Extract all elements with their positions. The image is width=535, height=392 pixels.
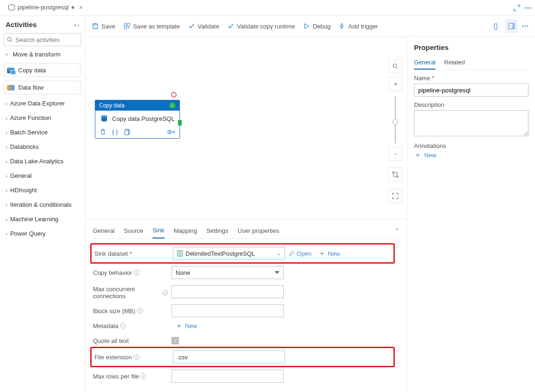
- highlight-sink-dataset: Sink dataset * DelimitedTextPostgreSQL ⌄: [90, 243, 395, 264]
- tab-general[interactable]: General: [93, 224, 114, 238]
- collapse-sidebar-icon[interactable]: «‹: [74, 22, 79, 28]
- zoom-out-button[interactable]: －: [388, 147, 402, 161]
- info-icon[interactable]: i: [120, 323, 126, 329]
- tab-user-properties[interactable]: User properties: [238, 224, 279, 238]
- code-view-button[interactable]: {}: [490, 20, 501, 33]
- info-icon[interactable]: i: [137, 308, 143, 314]
- svg-point-1: [528, 7, 529, 8]
- max-rows-input[interactable]: [171, 370, 284, 383]
- copy-data-node[interactable]: Copy data ✓ Copy data PostgreSQL: [95, 100, 180, 139]
- info-icon[interactable]: i: [134, 354, 139, 360]
- max-connections-input[interactable]: [171, 285, 284, 298]
- breakpoint-icon[interactable]: [171, 92, 177, 98]
- activities-search-input[interactable]: [15, 36, 78, 43]
- copy-behavior-select[interactable]: None: [171, 266, 284, 279]
- sink-dataset-label: Sink dataset: [94, 250, 128, 257]
- category-item[interactable]: ›Batch Service: [4, 126, 81, 139]
- description-textarea[interactable]: [414, 110, 528, 136]
- category-item[interactable]: ›Power Query: [4, 227, 81, 240]
- pipeline-name-input[interactable]: [414, 84, 528, 97]
- dirty-indicator-icon: [71, 6, 74, 9]
- add-trigger-button[interactable]: Add trigger: [339, 23, 378, 30]
- category-item[interactable]: ›Azure Function: [4, 112, 81, 124]
- properties-tab-related[interactable]: Related: [444, 56, 465, 70]
- close-tab-icon[interactable]: ×: [79, 4, 83, 11]
- properties-tab-general[interactable]: General: [414, 56, 435, 70]
- node-add-output-icon[interactable]: [167, 129, 175, 135]
- info-icon[interactable]: i: [163, 290, 168, 295]
- category-item[interactable]: ›Iteration & conditionals: [4, 198, 81, 211]
- metadata-new-button[interactable]: ＋ New: [175, 322, 197, 329]
- chevron-right-icon: ›: [6, 173, 7, 179]
- chevron-right-icon: ›: [6, 202, 7, 208]
- category-item[interactable]: ›HDInsight: [4, 184, 81, 196]
- tab-mapping[interactable]: Mapping: [174, 224, 197, 238]
- tab-sink[interactable]: Sink: [152, 223, 164, 238]
- chevron-right-icon: ›: [6, 144, 7, 150]
- quote-all-text-label: Quote all text: [93, 337, 129, 344]
- svg-point-3: [7, 37, 11, 41]
- node-code-icon[interactable]: { }: [112, 128, 118, 135]
- chevron-right-icon: ›: [6, 159, 7, 164]
- block-size-input[interactable]: [171, 304, 284, 317]
- category-move-transform[interactable]: ⌄ Move & transform: [4, 48, 81, 61]
- info-icon[interactable]: i: [141, 373, 146, 379]
- document-tabbar: pipeline-postgresql ×: [0, 0, 535, 16]
- svg-rect-9: [512, 23, 514, 29]
- validate-button[interactable]: Validate: [188, 23, 219, 30]
- toolbar-more-icon[interactable]: [522, 25, 528, 27]
- save-template-button[interactable]: Save as template: [124, 23, 180, 30]
- collapse-pane-icon[interactable]: ⌃: [394, 224, 399, 238]
- debug-button[interactable]: Debug: [303, 23, 330, 30]
- pipeline-tab[interactable]: pipeline-postgresql ×: [4, 0, 87, 15]
- add-annotation-button[interactable]: ＋ New: [414, 151, 528, 159]
- category-item[interactable]: ›Machine Learning: [4, 213, 81, 225]
- canvas-search-button[interactable]: [388, 59, 402, 73]
- fullscreen-button[interactable]: [388, 189, 402, 203]
- fit-to-screen-button[interactable]: [388, 168, 402, 182]
- drag-handle-icon[interactable]: [76, 66, 79, 75]
- open-dataset-button[interactable]: Open: [289, 250, 312, 257]
- tab-source[interactable]: Source: [124, 224, 143, 238]
- max-connections-label: Max concurrent connections: [93, 286, 161, 300]
- chevron-right-icon: ›: [6, 231, 7, 237]
- max-rows-label: Max rows per file: [93, 373, 139, 380]
- chevron-right-icon: ›: [6, 217, 7, 222]
- node-clone-icon[interactable]: [124, 129, 130, 135]
- category-item[interactable]: ›Databricks: [4, 140, 81, 153]
- activity-data-flow[interactable]: Data flow: [4, 81, 81, 94]
- chevron-down-icon: ⌄: [5, 52, 11, 56]
- zoom-slider[interactable]: [395, 97, 396, 143]
- quote-all-text-checkbox[interactable]: ✓: [171, 337, 179, 344]
- expand-icon[interactable]: [514, 5, 520, 11]
- pipeline-icon: [8, 5, 15, 10]
- sink-dataset-select[interactable]: DelimitedTextPostgreSQL ⌄: [173, 247, 285, 260]
- block-size-label: Block size (MB): [93, 308, 135, 315]
- properties-toggle-button[interactable]: [506, 20, 517, 33]
- svg-rect-7: [124, 27, 127, 29]
- drag-handle-icon[interactable]: [76, 83, 79, 92]
- activity-config-pane: General Source Sink Mapping Settings Use…: [86, 219, 407, 392]
- node-type-label: Copy data: [99, 102, 125, 109]
- zoom-in-button[interactable]: ＋: [388, 77, 402, 91]
- svg-point-13: [393, 64, 397, 68]
- more-icon[interactable]: [525, 5, 531, 11]
- category-item[interactable]: ›General: [4, 169, 81, 182]
- activity-copy-data[interactable]: Copy data: [4, 63, 81, 77]
- svg-rect-5: [124, 23, 127, 26]
- tab-settings[interactable]: Settings: [207, 224, 228, 238]
- save-button[interactable]: Save: [92, 23, 115, 30]
- new-dataset-button[interactable]: ＋ New: [318, 250, 340, 257]
- properties-panel: Properties General Related Name * Descri…: [407, 37, 535, 392]
- activities-search[interactable]: [4, 33, 81, 46]
- zoom-thumb[interactable]: [392, 119, 398, 125]
- pipeline-canvas[interactable]: ＋ －: [86, 37, 407, 219]
- svg-rect-14: [393, 173, 397, 176]
- success-port-icon[interactable]: [178, 120, 182, 126]
- info-icon[interactable]: i: [134, 270, 140, 275]
- node-delete-icon[interactable]: [100, 129, 106, 135]
- validate-copy-button[interactable]: Validate copy runtime: [228, 23, 295, 30]
- category-item[interactable]: ›Azure Data Explorer: [4, 97, 81, 110]
- category-item[interactable]: ›Data Lake Analytics: [4, 155, 81, 168]
- file-extension-input[interactable]: [173, 350, 285, 364]
